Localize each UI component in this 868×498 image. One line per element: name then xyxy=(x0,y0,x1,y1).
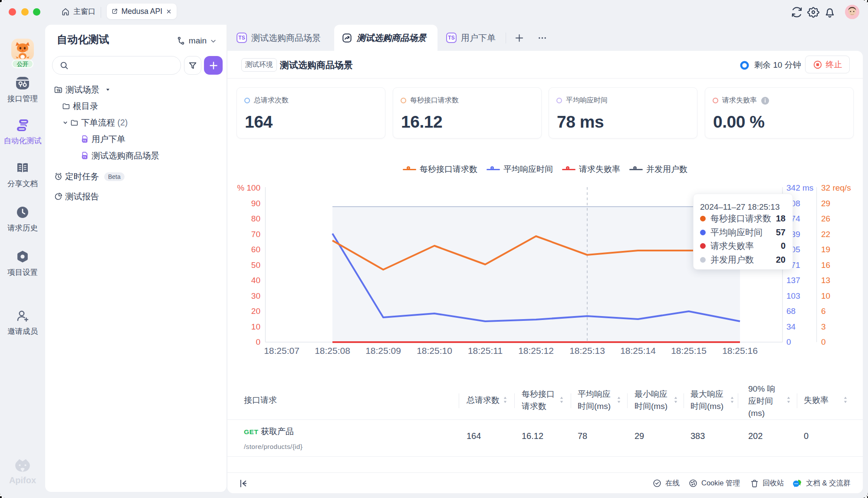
svg-text:60: 60 xyxy=(251,245,260,254)
svg-text:342 ms: 342 ms xyxy=(786,183,813,192)
svg-text:6: 6 xyxy=(821,307,826,316)
svg-text:18:25:08: 18:25:08 xyxy=(315,346,350,356)
svg-text:18:25:09: 18:25:09 xyxy=(365,346,401,356)
svg-text:TS: TS xyxy=(56,89,60,92)
svg-text:19: 19 xyxy=(821,245,830,254)
svg-text:90: 90 xyxy=(251,199,260,208)
svg-text:40: 40 xyxy=(251,276,260,285)
svg-text:18:25:15: 18:25:15 xyxy=(671,346,707,356)
svg-text:0: 0 xyxy=(786,337,791,346)
svg-text:18:25:12: 18:25:12 xyxy=(518,346,554,356)
svg-text:0: 0 xyxy=(256,337,260,346)
svg-text:18:25:14: 18:25:14 xyxy=(620,346,656,356)
svg-text:26: 26 xyxy=(821,214,830,223)
svg-text:18:25:16: 18:25:16 xyxy=(722,346,758,356)
svg-text:18:25:13: 18:25:13 xyxy=(569,346,605,356)
svg-text:70: 70 xyxy=(251,230,260,239)
svg-text:16: 16 xyxy=(821,261,830,270)
svg-text:29: 29 xyxy=(821,199,830,208)
svg-text:22: 22 xyxy=(821,230,830,239)
svg-text:10: 10 xyxy=(251,322,260,331)
svg-text:18:25:07: 18:25:07 xyxy=(264,346,299,356)
svg-text:137: 137 xyxy=(786,276,800,285)
svg-text:34: 34 xyxy=(786,322,796,331)
svg-text:18:25:10: 18:25:10 xyxy=(417,346,452,356)
svg-text:10: 10 xyxy=(821,291,830,300)
svg-text:30: 30 xyxy=(251,291,260,300)
svg-text:13: 13 xyxy=(821,276,830,285)
svg-text:TS: TS xyxy=(83,139,86,142)
svg-text:18:25:11: 18:25:11 xyxy=(468,346,503,356)
svg-text:50: 50 xyxy=(251,261,260,270)
svg-text:103: 103 xyxy=(786,291,800,300)
svg-text:TS: TS xyxy=(83,156,86,158)
svg-text:0: 0 xyxy=(821,337,826,346)
svg-text:% 100: % 100 xyxy=(237,183,260,192)
svg-text:32 req/s: 32 req/s xyxy=(821,183,851,192)
svg-text:80: 80 xyxy=(251,214,260,223)
svg-text:68: 68 xyxy=(786,307,796,316)
svg-text:3: 3 xyxy=(821,322,826,331)
svg-text:20: 20 xyxy=(251,307,260,316)
